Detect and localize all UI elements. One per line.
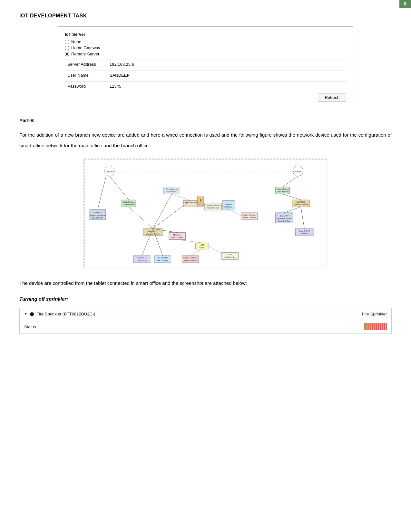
part-b-body-text: For the addition of a new branch new dev…	[19, 130, 392, 151]
svg-text:Cable Modem: Cable Modem	[122, 201, 134, 203]
status-label: Status	[24, 324, 36, 329]
svg-text:Smoke Detector: Smoke Detector	[183, 259, 197, 261]
sprinkler-device-name: Fire Sprinkler (PTT0810DU2C-)	[36, 312, 95, 316]
svg-text:Tablet PC0: Tablet PC0	[137, 259, 147, 261]
radio-none-label: None	[71, 39, 81, 44]
svg-text:Outside Detector: Outside Detector	[206, 204, 220, 206]
svg-text:Motion Detector: Motion Detector	[242, 217, 256, 218]
user-name-input[interactable]	[107, 71, 346, 79]
status-indicator[interactable]	[364, 323, 387, 330]
turning-off-heading: Turning off sprinkler:	[19, 296, 392, 302]
svg-text:Wireless Router: Wireless Router	[146, 233, 159, 235]
svg-line-64	[97, 176, 106, 209]
svg-line-65	[129, 207, 153, 229]
svg-text:Wireless Router: Wireless Router	[294, 204, 308, 206]
triangle-icon: ▼	[24, 312, 27, 316]
svg-text:CO2 detector: CO2 detector	[207, 207, 219, 209]
svg-line-75	[190, 249, 202, 256]
svg-text:Anemometer: Anemometer	[166, 191, 177, 193]
svg-line-66	[152, 194, 171, 228]
svg-text:Front Door Lock: Front Door Lock	[183, 202, 197, 204]
svg-line-80	[301, 207, 304, 229]
page-title: IOT DEVELOPMENT TASK	[19, 13, 392, 19]
svg-text:MapCam: MapCam	[173, 234, 181, 236]
svg-text:SmartPC-PT: SmartPC-PT	[299, 230, 310, 232]
svg-text:Wind Detector: Wind Detector	[165, 188, 178, 190]
radio-option-remote-server[interactable]: Remote Server	[65, 52, 346, 56]
svg-text:Server-PT: Server-PT	[93, 212, 102, 214]
after-diagram-text: The device are controlled from the table…	[19, 278, 392, 288]
svg-text:Window: Window	[225, 203, 232, 205]
radio-none-circle	[65, 40, 69, 44]
server-address-input[interactable]	[107, 60, 346, 68]
iot-config-box: IoT Server None Home Gateway Remote Serv…	[58, 26, 353, 106]
svg-text:Branch Office: Branch Office	[278, 220, 290, 222]
svg-text:Fire Sprinkler: Fire Sprinkler	[157, 257, 168, 259]
svg-text:Cable Modem: Cable Modem	[122, 204, 134, 206]
svg-text:Window: Window	[225, 206, 232, 208]
svg-text:192.168.25.6: 192.168.25.6	[92, 217, 103, 219]
refresh-button[interactable]: Refresh	[318, 93, 346, 102]
password-input[interactable]	[107, 82, 346, 90]
svg-line-71	[171, 194, 190, 200]
svg-text:LGM: LGM	[200, 244, 204, 246]
svg-text:Ceiling Fan: Ceiling Fan	[225, 256, 235, 258]
svg-text:TabletPC-PT: TabletPC-PT	[136, 257, 147, 259]
svg-text:Cluster0: Cluster0	[104, 170, 114, 173]
user-name-row: User Name	[65, 71, 346, 80]
network-diagram: Cluster0 Cluster1 Server-PT Registration…	[83, 159, 328, 268]
refresh-row: Refresh	[65, 93, 346, 102]
server-address-row: Server Address	[65, 60, 346, 69]
radio-remote-circle	[65, 52, 69, 56]
svg-text:Fan: Fan	[228, 254, 231, 256]
radio-home-circle	[65, 46, 69, 50]
svg-text:Wire Camera: Wire Camera	[171, 237, 183, 238]
user-name-label: User Name	[65, 71, 107, 80]
dot-icon	[30, 312, 34, 316]
svg-text:Cluster1: Cluster1	[293, 170, 303, 173]
svg-text:Motion Detector: Motion Detector	[242, 214, 256, 216]
radio-option-none[interactable]: None	[65, 39, 346, 44]
page-number: 8	[399, 0, 411, 8]
sprinkler-status-row: Status	[20, 320, 391, 334]
svg-text:Lamp: Lamp	[199, 247, 204, 248]
svg-text:Fire Sprinkler: Fire Sprinkler	[157, 259, 168, 261]
password-label: Password	[65, 82, 107, 91]
svg-line-67	[152, 200, 190, 228]
svg-text:Server-PT: Server-PT	[279, 215, 288, 217]
sprinkler-type-label: Fire Sprinkler	[362, 312, 387, 316]
sprinkler-header: ▼ Fire Sprinkler (PTT0810DU2C-) Fire Spr…	[20, 308, 391, 320]
iot-server-label: IoT Server	[65, 32, 346, 37]
svg-text:Smoke Detector: Smoke Detector	[183, 257, 197, 259]
radio-remote-label: Remote Server	[71, 52, 99, 56]
svg-text:Registration Server: Registration Server	[89, 214, 106, 216]
radio-option-home-gateway[interactable]: Home Gateway	[65, 45, 346, 50]
svg-text:NWT3085: NWT3085	[296, 201, 305, 203]
svg-text:WRG320Y: WRG320Y	[148, 230, 157, 232]
part-b-heading: Part-B	[19, 118, 392, 123]
svg-line-78	[282, 194, 301, 200]
svg-text:Cable Modem: Cable Modem	[277, 191, 289, 193]
svg-line-63	[109, 176, 129, 200]
network-diagram-svg: Cluster0 Cluster1 Server-PT Registration…	[83, 159, 328, 268]
svg-line-76	[209, 246, 221, 254]
svg-text:🚪: 🚪	[199, 199, 202, 202]
sprinkler-box: ▼ Fire Sprinkler (PTT0810DU2C-) Fire Spr…	[19, 308, 392, 334]
password-row: Password	[65, 82, 346, 91]
sprinkler-header-left: ▼ Fire Sprinkler (PTT0810DU2C-)	[24, 312, 95, 316]
radio-group: None Home Gateway Remote Server	[65, 39, 346, 56]
svg-text:Tablet PC1: Tablet PC1	[299, 233, 309, 235]
svg-line-79	[284, 207, 301, 213]
radio-home-label: Home Gateway	[71, 45, 100, 50]
server-address-label: Server Address	[65, 60, 107, 69]
svg-text:Roaming Server: Roaming Server	[277, 218, 291, 219]
svg-line-74	[177, 240, 202, 243]
svg-line-77	[282, 176, 298, 187]
svg-text:Cable Modem: Cable Modem	[277, 188, 289, 190]
